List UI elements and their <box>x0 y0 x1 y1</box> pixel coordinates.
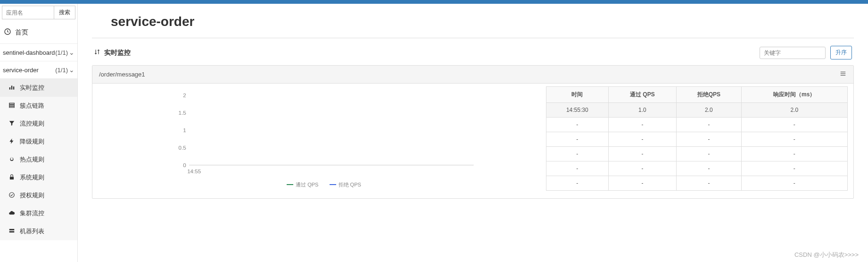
sidebar-item-cluster-flow[interactable]: 集群流控 <box>0 204 77 222</box>
sidebar: 搜索 首页 sentinel-dashboard (1/1) ⌄ service… <box>0 4 78 262</box>
app-name: sentinel-dashboard <box>3 49 55 56</box>
sidebar-item-system-rule[interactable]: 系统规则 <box>0 169 77 186</box>
menu-icon[interactable] <box>839 70 847 78</box>
clock-icon <box>4 28 11 37</box>
bar-chart-icon <box>8 84 15 92</box>
panel-header: 实时监控 升序 <box>92 43 854 65</box>
metric-table: 时间通过 QPS拒绝QPS响应时间（ms） 14:55:301.02.02.0-… <box>546 86 848 191</box>
app-item-service-order[interactable]: service-order (1/1) ⌄ <box>0 61 77 79</box>
svg-rect-9 <box>9 228 15 230</box>
table-cell: - <box>677 161 741 176</box>
svg-text:14:55: 14:55 <box>187 168 201 174</box>
legend-swatch <box>330 184 336 185</box>
sidebar-item-label: 簇点链路 <box>20 101 44 110</box>
home-link[interactable]: 首页 <box>0 21 77 44</box>
sidebar-item-label: 流控规则 <box>20 119 44 128</box>
line-chart: 00.511.5214:55 <box>107 91 540 176</box>
chevron-down-icon: ⌄ <box>69 66 74 74</box>
sidebar-item-label: 机器列表 <box>20 227 44 236</box>
sidebar-item-label: 热点规则 <box>20 155 44 164</box>
table-cell: - <box>677 176 741 191</box>
table-cell: 2.0 <box>677 103 741 118</box>
sort-button[interactable]: 升序 <box>830 46 852 59</box>
svg-rect-10 <box>9 231 15 232</box>
sidebar-item-hotspot-rule[interactable]: 热点规则 <box>0 151 77 169</box>
table-row: ---- <box>546 132 848 147</box>
svg-rect-5 <box>9 104 15 105</box>
table-cell: - <box>546 176 609 191</box>
submenu: 实时监控 簇点链路 流控规则 降级规则 热点规则 系统规则 <box>0 79 77 240</box>
bolt-icon <box>8 138 15 146</box>
table-cell: - <box>741 161 847 176</box>
app-search-button[interactable]: 搜索 <box>54 6 75 19</box>
table-header: 时间 <box>546 87 609 103</box>
filter-icon <box>8 120 15 128</box>
svg-text:0.5: 0.5 <box>179 144 186 151</box>
sidebar-item-label: 集群流控 <box>20 209 44 218</box>
watermark: CSDN @小小码农>>>> <box>794 251 859 259</box>
sidebar-item-flow-rule[interactable]: 流控规则 <box>0 115 77 133</box>
card-title: /order/message1 <box>99 71 145 78</box>
chevron-down-icon: ⌄ <box>69 49 74 56</box>
table-cell: - <box>608 176 677 191</box>
top-bar <box>0 0 868 4</box>
svg-rect-4 <box>9 103 15 104</box>
svg-text:1: 1 <box>183 127 186 133</box>
home-label: 首页 <box>15 28 28 37</box>
chart-area: 00.511.5214:55 通过 QPS 拒绝 QPS <box>98 86 540 191</box>
table-cell: - <box>741 176 847 191</box>
svg-text:2: 2 <box>183 92 186 98</box>
table-row: 14:55:301.02.02.0 <box>546 103 848 118</box>
legend-label: 通过 QPS <box>296 181 318 188</box>
page-title: service-order <box>92 4 854 38</box>
table-cell: 1.0 <box>608 103 677 118</box>
svg-rect-3 <box>13 86 14 89</box>
table-cell: - <box>677 118 741 132</box>
table-cell: - <box>677 147 741 161</box>
sidebar-item-cluster-point[interactable]: 簇点链路 <box>0 97 77 115</box>
panel-title: 实时监控 <box>94 49 131 57</box>
keyword-input[interactable] <box>760 47 826 59</box>
svg-point-8 <box>9 192 15 197</box>
legend-swatch <box>287 184 293 185</box>
svg-text:1.5: 1.5 <box>179 110 186 116</box>
sidebar-item-machine-list[interactable]: 机器列表 <box>0 222 77 240</box>
app-item-sentinel-dashboard[interactable]: sentinel-dashboard (1/1) ⌄ <box>0 44 77 61</box>
divider <box>92 38 854 38</box>
table-cell: - <box>741 132 847 147</box>
table-cell: - <box>546 118 609 132</box>
table-cell: 14:55:30 <box>546 103 609 118</box>
app-search-row: 搜索 <box>2 6 75 19</box>
table-cell: - <box>741 118 847 132</box>
table-cell: - <box>608 118 677 132</box>
sidebar-item-label: 降级规则 <box>20 137 44 146</box>
app-name: service-order <box>3 67 39 74</box>
sidebar-item-realtime[interactable]: 实时监控 <box>0 79 77 97</box>
legend-label: 拒绝 QPS <box>339 181 361 188</box>
legend-item-reject: 拒绝 QPS <box>330 181 361 188</box>
table-cell: - <box>677 132 741 147</box>
table-header: 拒绝QPS <box>677 87 741 103</box>
table-cell: - <box>608 132 677 147</box>
table-row: ---- <box>546 118 848 132</box>
table-cell: - <box>546 161 609 176</box>
list-icon <box>8 102 15 110</box>
metric-table-area: 时间通过 QPS拒绝QPS响应时间（ms） 14:55:301.02.02.0-… <box>546 86 848 191</box>
svg-text:0: 0 <box>183 162 186 168</box>
table-header: 响应时间（ms） <box>741 87 847 103</box>
table-cell: 2.0 <box>741 103 847 118</box>
main-content: service-order 实时监控 升序 /order/message1 <box>78 4 868 262</box>
table-cell: - <box>546 132 609 147</box>
sidebar-item-label: 系统规则 <box>20 173 44 182</box>
svg-rect-7 <box>10 177 14 179</box>
check-icon <box>8 192 15 200</box>
sidebar-item-label: 授权规则 <box>20 191 44 200</box>
app-search-input[interactable] <box>2 6 54 19</box>
table-header: 通过 QPS <box>608 87 677 103</box>
table-cell: - <box>546 147 609 161</box>
svg-rect-2 <box>11 85 12 89</box>
sidebar-item-auth-rule[interactable]: 授权规则 <box>0 186 77 204</box>
svg-rect-1 <box>9 87 10 90</box>
sidebar-item-degrade-rule[interactable]: 降级规则 <box>0 133 77 151</box>
sort-icon <box>94 49 100 57</box>
